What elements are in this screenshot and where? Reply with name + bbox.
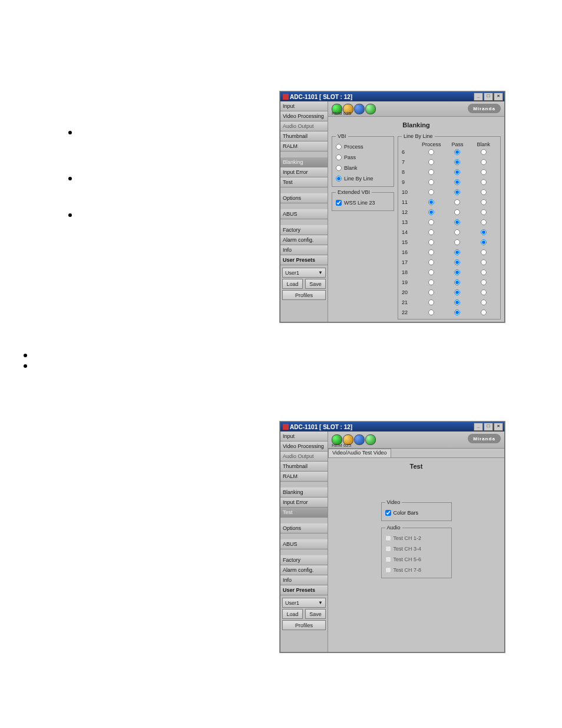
line-16-col-1[interactable] xyxy=(454,249,460,255)
line-15-col-1[interactable] xyxy=(454,239,460,245)
sidebar-item-factory[interactable]: Factory xyxy=(280,225,328,235)
sidebar-item-test[interactable]: Test xyxy=(280,177,328,187)
line-8-col-2[interactable] xyxy=(481,169,487,175)
sidebar-item-input-error[interactable]: Input Error xyxy=(280,498,328,508)
sidebar-item-abus[interactable]: ABUS xyxy=(280,539,328,549)
color-bars-checkbox[interactable]: Color Bars xyxy=(385,508,448,518)
line-21-col-2[interactable] xyxy=(481,299,487,305)
line-15-col-2[interactable] xyxy=(481,239,487,245)
line-10-col-0[interactable] xyxy=(428,189,434,195)
line-6-col-0[interactable] xyxy=(428,149,434,155)
line-22-col-2[interactable] xyxy=(481,309,487,315)
line-20-col-1[interactable] xyxy=(454,289,460,295)
maximize-button[interactable]: □ xyxy=(484,423,493,431)
line-11-col-2[interactable] xyxy=(481,199,487,205)
line-14-col-2[interactable] xyxy=(481,229,487,235)
preset-select[interactable]: User1▼ xyxy=(282,598,326,608)
sidebar-item-options[interactable]: Options xyxy=(280,193,328,203)
line-9-col-0[interactable] xyxy=(428,179,434,185)
line-22-col-0[interactable] xyxy=(428,309,434,315)
sidebar-item-thumbnail[interactable]: Thumbnail xyxy=(280,462,328,472)
line-14-col-0[interactable] xyxy=(428,229,434,235)
vbi-option-pass[interactable]: Pass xyxy=(336,152,390,163)
sidebar-item-info[interactable]: Info xyxy=(280,575,328,585)
sidebar-item-options[interactable]: Options xyxy=(280,523,328,533)
line-19-col-0[interactable] xyxy=(428,279,434,285)
vbi-option-blank[interactable]: Blank xyxy=(336,163,390,173)
line-18-col-0[interactable] xyxy=(428,269,434,275)
sidebar-item-info[interactable]: Info xyxy=(280,245,328,255)
line-12-col-1[interactable] xyxy=(454,209,460,215)
sidebar-item-blanking[interactable]: Blanking xyxy=(280,157,328,167)
line-10-col-2[interactable] xyxy=(481,189,487,195)
sidebar-item-factory[interactable]: Factory xyxy=(280,555,328,565)
save-button[interactable]: Save xyxy=(305,609,326,619)
line-13-col-2[interactable] xyxy=(481,219,487,225)
sidebar-item-video-processing[interactable]: Video Processing xyxy=(280,442,328,452)
sidebar-item-audio-output[interactable]: Audio Output xyxy=(280,121,328,131)
sidebar-item-abus[interactable]: ABUS xyxy=(280,209,328,219)
line-21-col-1[interactable] xyxy=(454,299,460,305)
vbi-option-line-by-line[interactable]: Line By Line xyxy=(336,173,390,184)
sidebar-item-video-processing[interactable]: Video Processing xyxy=(280,111,328,121)
line-11-col-1[interactable] xyxy=(454,199,460,205)
tab-video-audio-test[interactable]: Video/Audio Test Video xyxy=(328,449,391,457)
line-13-col-0[interactable] xyxy=(428,219,434,225)
line-6-col-2[interactable] xyxy=(481,149,487,155)
close-button[interactable]: × xyxy=(494,423,503,431)
line-20-col-0[interactable] xyxy=(428,289,434,295)
sidebar-item-input[interactable]: Input xyxy=(280,431,328,442)
line-9-col-2[interactable] xyxy=(481,179,487,185)
line-7-col-2[interactable] xyxy=(481,159,487,165)
wss-line-23-checkbox[interactable]: WSS Line 23 xyxy=(336,197,390,208)
line-7-col-0[interactable] xyxy=(428,159,434,165)
line-11-col-0[interactable] xyxy=(428,199,434,205)
line-17-col-2[interactable] xyxy=(481,259,487,265)
sidebar-item-alarm-config-[interactable]: Alarm config. xyxy=(280,565,328,575)
line-21-col-0[interactable] xyxy=(428,299,434,305)
line-18-col-2[interactable] xyxy=(481,269,487,275)
sidebar-item-test[interactable]: Test xyxy=(280,508,328,518)
line-18-col-1[interactable] xyxy=(454,269,460,275)
line-19-col-1[interactable] xyxy=(454,279,460,285)
sidebar-item-input-error[interactable]: Input Error xyxy=(280,167,328,177)
line-16-col-2[interactable] xyxy=(481,249,487,255)
sidebar-item-audio-output[interactable]: Audio Output xyxy=(280,452,328,462)
line-7-col-1[interactable] xyxy=(454,159,460,165)
line-16-col-0[interactable] xyxy=(428,249,434,255)
line-17-col-1[interactable] xyxy=(454,259,460,265)
line-13-col-1[interactable] xyxy=(454,219,460,225)
profiles-button[interactable]: Profiles xyxy=(282,620,326,630)
line-8-col-0[interactable] xyxy=(428,169,434,175)
close-button[interactable]: × xyxy=(494,93,503,101)
vbi-option-process[interactable]: Process xyxy=(336,141,390,152)
sidebar-item-ralm[interactable]: RALM xyxy=(280,141,328,151)
titlebar[interactable]: ADC-1101 [ SLOT : 12] _ □ × xyxy=(280,422,504,431)
minimize-button[interactable]: _ xyxy=(474,423,483,431)
line-8-col-1[interactable] xyxy=(454,169,460,175)
line-12-col-0[interactable] xyxy=(428,209,434,215)
line-22-col-1[interactable] xyxy=(454,309,460,315)
sidebar-item-blanking[interactable]: Blanking xyxy=(280,487,328,498)
line-6-col-1[interactable] xyxy=(454,149,460,155)
line-9-col-1[interactable] xyxy=(454,179,460,185)
titlebar[interactable]: ADC-1101 [ SLOT : 12] _ □ × xyxy=(280,92,504,101)
preset-select[interactable]: User1▼ xyxy=(282,268,326,278)
line-15-col-0[interactable] xyxy=(428,239,434,245)
line-12-col-2[interactable] xyxy=(481,209,487,215)
save-button[interactable]: Save xyxy=(305,279,326,289)
minimize-button[interactable]: _ xyxy=(474,93,483,101)
line-20-col-2[interactable] xyxy=(481,289,487,295)
line-14-col-1[interactable] xyxy=(454,229,460,235)
line-17-col-0[interactable] xyxy=(428,259,434,265)
sidebar-item-input[interactable]: Input xyxy=(280,101,328,111)
sidebar-item-thumbnail[interactable]: Thumbnail xyxy=(280,131,328,141)
profiles-button[interactable]: Profiles xyxy=(282,290,326,300)
load-button[interactable]: Load xyxy=(282,279,303,289)
sidebar-item-alarm-config-[interactable]: Alarm config. xyxy=(280,235,328,245)
sidebar-item-ralm[interactable]: RALM xyxy=(280,472,328,482)
line-10-col-1[interactable] xyxy=(454,189,460,195)
line-19-col-2[interactable] xyxy=(481,279,487,285)
load-button[interactable]: Load xyxy=(282,609,303,619)
maximize-button[interactable]: □ xyxy=(484,93,493,101)
